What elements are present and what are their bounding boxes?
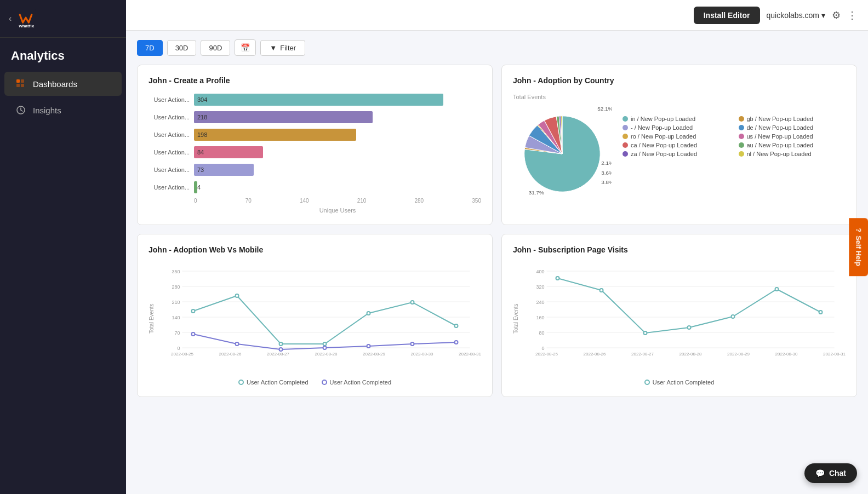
svg-text:whatfix: whatfix	[19, 24, 35, 28]
bar-row: User Action... 304	[149, 94, 481, 106]
calendar-button[interactable]: 📅	[235, 39, 256, 56]
sidebar-item-dashboards[interactable]: Dashboards	[4, 72, 122, 96]
axis-tick: 280	[415, 198, 424, 204]
settings-icon[interactable]: ⚙	[832, 9, 841, 21]
bar-row: User Action... 84	[149, 146, 481, 158]
insights-label: Insights	[33, 106, 61, 115]
install-editor-button[interactable]: Install Editor	[694, 7, 760, 24]
filter-icon: ▼	[270, 44, 277, 52]
topbar: Install Editor quickolabs.com ▾ ⚙ ⋮	[126, 0, 868, 31]
legend-item-1: User Action Completed	[238, 379, 309, 386]
back-icon[interactable]: ‹	[9, 14, 12, 24]
bar-wrap: 73	[194, 164, 481, 176]
chart4-legend: User Action Completed	[513, 379, 846, 386]
bar-fill: 4	[194, 181, 197, 193]
svg-text:2022-08-30: 2022-08-30	[411, 352, 433, 357]
90d-button[interactable]: 90D	[201, 40, 230, 56]
chart4-title: John - Subscription Page Visits	[513, 245, 846, 254]
svg-point-29	[323, 342, 327, 346]
svg-text:2022-08-26: 2022-08-26	[219, 352, 242, 357]
pie-legend-item: in / New Pop-up Loaded	[623, 116, 730, 122]
bar-value: 304	[197, 96, 207, 103]
dashboards-label: Dashboards	[33, 79, 77, 89]
pie-legend-dot	[623, 134, 628, 139]
chart4-y-label: Total Events	[513, 263, 522, 375]
chart2-title: John - Adoption by Country	[513, 76, 846, 85]
pie-pct-label: 31.7%	[529, 189, 544, 196]
legend-dot-4	[644, 380, 650, 385]
pie-legend-label: de / New Pop-up Loaded	[747, 124, 814, 131]
chat-icon: 💬	[815, 469, 825, 478]
pie-legend-item: gb / New Pop-up Loaded	[739, 116, 846, 122]
svg-text:2022-08-28: 2022-08-28	[315, 352, 338, 357]
sidebar-logo: whatfix	[16, 9, 36, 28]
svg-point-33	[192, 332, 195, 336]
self-help-icon: ?	[855, 228, 863, 232]
bar-wrap: 84	[194, 146, 481, 158]
legend-label-1: User Action Completed	[247, 379, 309, 386]
sidebar: ‹ whatfix Analytics Dashboards	[0, 0, 126, 494]
bar-wrap: 304	[194, 94, 481, 106]
svg-text:350: 350	[172, 269, 180, 274]
bar-fill: 198	[194, 129, 356, 141]
pie-legend-item: au / New Pop-up Loaded	[739, 142, 846, 148]
svg-rect-3	[21, 79, 24, 83]
chat-button[interactable]: 💬 Chat	[804, 463, 857, 483]
bar-wrap: 198	[194, 129, 481, 141]
svg-rect-4	[16, 84, 20, 87]
svg-point-36	[323, 346, 327, 349]
svg-point-60	[600, 289, 603, 292]
more-icon[interactable]: ⋮	[847, 9, 857, 21]
bar-value: 73	[197, 166, 204, 173]
chart-adoption-country: John - Adoption by Country Total Events …	[501, 65, 857, 225]
pie-legend-label: gb / New Pop-up Loaded	[747, 116, 814, 122]
bar-label: User Action...	[149, 114, 190, 120]
svg-point-28	[279, 342, 283, 346]
pie-legend-label: nl / New Pop-up Loaded	[747, 151, 812, 157]
svg-text:80: 80	[539, 330, 544, 336]
axis-tick: 70	[245, 198, 252, 204]
svg-text:2022-08-26: 2022-08-26	[584, 352, 606, 357]
domain-arrow: ▾	[821, 11, 825, 20]
svg-text:2022-08-27: 2022-08-27	[631, 352, 654, 357]
svg-point-65	[819, 311, 823, 314]
axis-tick: 0	[194, 198, 197, 204]
self-help-tab[interactable]: ? Self Help	[849, 218, 868, 276]
line-chart3-svg: 3502802101407002022-08-252022-08-262022-…	[157, 263, 481, 372]
bar-value: 84	[197, 149, 204, 156]
chart-subscription-visits: John - Subscription Page Visits Total Ev…	[501, 234, 857, 397]
bar-label: User Action...	[149, 149, 190, 156]
pie-chart-svg: 52.1%2.1%3.6%3.8%31.7%	[513, 105, 612, 203]
legend-dot-2	[322, 380, 327, 385]
svg-text:320: 320	[536, 284, 544, 290]
svg-rect-2	[16, 79, 20, 83]
chart3-y-label: Total Events	[149, 263, 157, 375]
charts-grid: John - Create a Profile User Action... 3…	[137, 65, 857, 397]
bar-wrap: 4	[194, 181, 481, 193]
domain-selector[interactable]: quickolabs.com ▾	[767, 11, 826, 20]
bar-row: User Action... 198	[149, 129, 481, 141]
svg-point-31	[411, 301, 414, 304]
svg-point-38	[411, 342, 414, 346]
pie-legend-dot	[739, 134, 744, 139]
sidebar-item-insights[interactable]: Insights	[4, 98, 122, 122]
pie-legend-dot	[739, 151, 744, 157]
bar-label: User Action...	[149, 96, 190, 103]
pie-legend-dot	[623, 116, 628, 122]
chart3-title: John - Adoption Web Vs Mobile	[149, 245, 481, 254]
insights-icon	[15, 105, 26, 116]
30d-button[interactable]: 30D	[167, 40, 197, 56]
svg-point-63	[732, 315, 735, 318]
bar-fill: 304	[194, 94, 443, 106]
filter-button[interactable]: ▼ Filter	[260, 40, 305, 56]
bar-label: User Action...	[149, 166, 190, 173]
whatfix-logo-icon: whatfix	[16, 9, 36, 28]
content-area: 7D 30D 90D 📅 ▼ Filter John - Create a Pr…	[126, 31, 868, 494]
bar-value: 4	[197, 184, 201, 191]
pie-pct-label: 3.8%	[601, 179, 612, 185]
bar-row: User Action... 4	[149, 181, 481, 193]
svg-text:2022-08-25: 2022-08-25	[535, 352, 558, 357]
svg-text:2022-08-31: 2022-08-31	[459, 352, 481, 357]
bar-label: User Action...	[149, 131, 190, 138]
7d-button[interactable]: 7D	[137, 40, 163, 56]
